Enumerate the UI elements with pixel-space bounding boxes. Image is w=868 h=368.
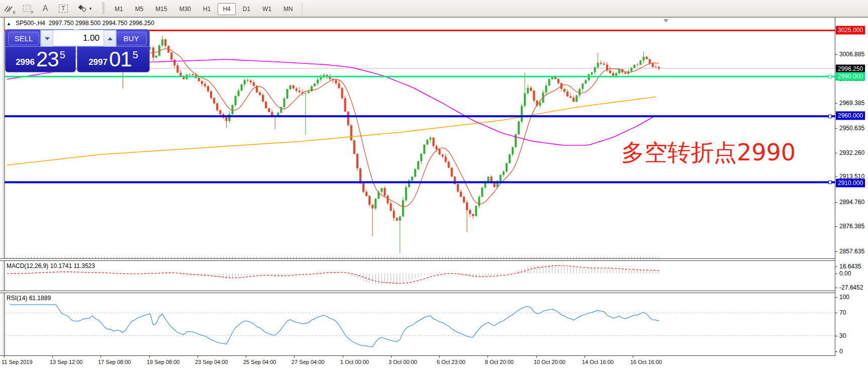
date-tick-mark [585,356,585,358]
date-tick-mark [246,356,246,358]
expert-chart-icon[interactable]: E [2,2,17,15]
trendline-handle[interactable] [828,180,832,184]
sell-button[interactable]: SELL [8,32,39,45]
price-tick-mark [835,251,837,252]
date-tick-label: 23 Sep 04:00 [195,359,228,365]
sell-price-pip: 5 [60,49,65,61]
timeframe-button-m30[interactable]: M30 [174,3,196,15]
indicator-tick-label: -27.6452 [839,284,863,291]
rsi-pane-canvas[interactable] [0,293,835,355]
timeframe-button-m1[interactable]: M1 [110,3,128,15]
chevron-up-icon [108,37,113,40]
price-level-badge: 2990.000 [836,72,865,81]
date-tick-mark [633,356,633,358]
date-axis[interactable]: 11 Sep 201913 Sep 12:0017 Sep 08:0019 Se… [0,356,868,368]
price-level-badge: 2960.000 [836,112,865,120]
buy-price-big: 01 [109,47,132,71]
macd-name: MACD(12,26,9) [7,262,48,269]
date-tick-label: 17 Sep 08:00 [98,359,131,365]
price-tick-mark [835,202,837,203]
indicator-tick-mark [835,273,837,274]
indicator-tick-label: 0.00 [839,270,851,277]
indicator-tick-mark [835,266,837,267]
date-tick-label: 8 Oct 20:00 [485,359,514,365]
sell-price-big: 23 [36,47,59,71]
collapse-arrow-icon[interactable]: ▲ [7,21,11,26]
chart-window: ▲ SP500-,H4 2997.750 2998.500 2994.750 2… [0,17,868,368]
indicator-tick-label: 70 [839,309,846,316]
date-tick-label: 3 Oct 00:00 [389,359,417,365]
timeframe-button-w1[interactable]: W1 [257,3,276,15]
buy-price-prefix: 2997 [88,57,108,67]
buy-button[interactable]: BUY [116,32,147,45]
pane-separator[interactable] [0,258,868,261]
date-tick-label: 25 Sep 04:00 [243,359,276,365]
date-tick-label: 11 Sep 2019 [2,359,33,365]
date-tick-mark [343,356,343,358]
macd-label: MACD(12,26,9) 10.1741 11.3523 [7,262,95,269]
textbox-icon[interactable]: T [56,2,71,15]
price-tick-mark [835,153,837,153]
price-tick-mark [835,226,837,227]
date-tick-label: 16 Oct 16:00 [630,359,662,365]
buy-price: 2997 01 5 [77,47,149,72]
date-tick-label: 10 Oct 20:00 [534,359,565,365]
date-tick-mark [198,356,198,358]
volume-input[interactable]: 1.00 [53,30,104,46]
date-tick-mark [439,356,440,358]
timeframe-bar: M1M5M15M30H1H4D1W1MN [109,4,299,13]
text-label-icon[interactable]: A [38,2,53,15]
sell-price: 2996 23 5 [6,47,75,72]
buy-price-pip: 5 [133,49,138,61]
symbol-timeframe: SP500-,H4 [16,20,45,27]
trendline-handle[interactable] [828,115,832,118]
trendline-handle[interactable] [828,75,832,78]
volume-increase-button[interactable] [104,30,116,47]
chevron-down-icon [45,37,50,40]
chart-title: ▲ SP500-,H4 2997.750 2998.500 2994.750 2… [7,20,154,27]
date-tick-label: 27 Sep 04:00 [292,359,324,365]
rsi-value: 61.1889 [29,295,51,302]
price-tick-mark [835,176,837,177]
ohlc-readout: 2997.750 2998.500 2994.750 2996.250 [49,20,154,27]
date-tick-label: 19 Sep 08:00 [147,359,179,365]
price-tick-mark [835,128,837,129]
indicator-tick-label: 16.6435 [839,263,861,270]
timeframe-button-m5[interactable]: M5 [130,3,149,15]
price-tick-label: 2894.760 [839,199,864,206]
toolbar-grip[interactable] [102,3,105,15]
indicator-tick-label: 0 [839,348,843,355]
icon-sub-label: F [31,10,34,15]
price-axis[interactable]: 3006.8852988.1352969.3852950.6352932.260… [835,18,868,368]
indicator-tick-label: 30 [839,332,846,339]
one-click-trading-panel: SELL 2996 23 5 BUY 2997 01 5 [5,29,149,71]
timeframe-button-d1[interactable]: D1 [238,3,255,15]
date-tick-mark [149,356,150,358]
timeframe-button-mn[interactable]: MN [278,3,298,15]
grid-icon[interactable]: F [20,2,35,15]
date-tick-mark [294,356,295,358]
date-tick-label: 6 Oct 23:00 [437,359,465,365]
price-tick-mark [835,54,837,55]
macd-pane-canvas[interactable] [0,261,835,291]
macd-values: 10.1741 11.3523 [50,262,95,269]
price-tick-label: 2876.385 [839,223,864,230]
indicator-tick-mark [835,313,837,313]
timeframe-button-h1[interactable]: H1 [198,3,216,15]
date-tick-label: 1 Oct 00:00 [340,359,369,365]
timeframe-button-m15[interactable]: M15 [150,3,172,15]
volume-decrease-button[interactable] [41,30,53,47]
chart-shift-marker[interactable] [663,19,668,23]
price-tick-mark [835,103,837,104]
toolbar: E F A T ▾ M1M5M15M30H1H4D1W1MN [0,0,868,17]
date-tick-mark [391,356,392,358]
pane-separator[interactable] [0,291,868,293]
objects-dropdown-icon[interactable]: ▾ [74,2,95,15]
indicator-tick-mark [835,297,837,298]
timeframe-button-h4[interactable]: H4 [218,3,235,15]
indicator-tick-label: 100 [839,294,849,301]
terminal-window: E F A T ▾ M1M5M15M30H1H4D1W1MN [0,0,868,368]
date-tick-mark [101,356,101,358]
indicator-tick-mark [835,351,837,352]
date-tick-label: 14 Oct 16:00 [582,359,614,365]
